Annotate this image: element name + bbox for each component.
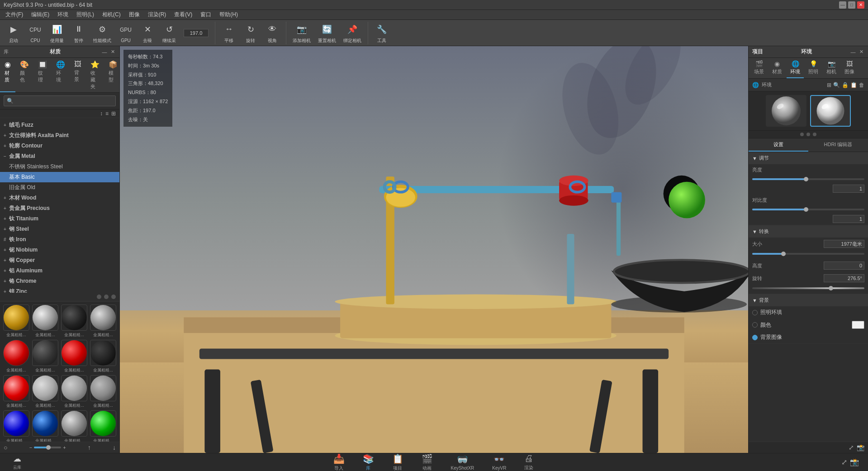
left-bottom-icon-2[interactable]: ↑ bbox=[88, 444, 91, 451]
env-delete-icon[interactable]: 🗑 bbox=[859, 82, 864, 88]
tree-item-axalta[interactable]: + 文仕得涂料 Axalta Paint bbox=[0, 130, 119, 141]
tab-bg[interactable]: 🖼 背景 bbox=[70, 58, 86, 92]
size-slider[interactable] bbox=[752, 253, 864, 255]
tree-item-aluminum[interactable]: + 铝 Aluminum bbox=[0, 266, 119, 276]
slider-plus-icon[interactable]: + bbox=[63, 445, 66, 450]
nav-library[interactable]: 📚 库 bbox=[363, 453, 374, 471]
tree-item-titanium[interactable]: + 钛 Titanium bbox=[0, 214, 119, 224]
tab-texture[interactable]: 🔲 纹理 bbox=[33, 58, 52, 92]
tree-item-basic[interactable]: 基本 Basic bbox=[0, 172, 119, 182]
tree-item-wood[interactable]: + 木材 Wood bbox=[0, 193, 119, 203]
tree-item-contour[interactable]: + 轮廓 Contour bbox=[0, 141, 119, 151]
right-tab-image[interactable]: 🖼 图像 bbox=[841, 58, 858, 78]
right-tab-environment[interactable]: 🌐 环境 bbox=[787, 58, 804, 78]
nav-keyshotxr[interactable]: 🥽 KeyShotXR bbox=[451, 454, 474, 471]
tree-item-precious[interactable]: + 贵金属 Precious bbox=[0, 203, 119, 214]
size-value[interactable] bbox=[824, 240, 864, 248]
search-input[interactable] bbox=[15, 97, 113, 105]
toolbar-mode[interactable]: ⚙ 性能模式 bbox=[90, 20, 114, 46]
toolbar-usage[interactable]: 📊 使用量 bbox=[47, 20, 67, 46]
toolbar-resume[interactable]: ↺ 继续采 bbox=[159, 20, 179, 46]
menu-item-c[interactable]: 相机(C) bbox=[99, 10, 124, 19]
rotation-value[interactable] bbox=[824, 274, 864, 282]
right-panel-expand-icon[interactable]: — bbox=[850, 49, 856, 55]
rb-tab-settings[interactable]: 设置 bbox=[749, 138, 808, 152]
bg-image-radio[interactable] bbox=[752, 335, 758, 340]
right-bottom-screenshot-icon[interactable]: 📸 bbox=[857, 444, 864, 451]
left-bottom-icon-3[interactable]: ↓ bbox=[113, 444, 116, 451]
mat-thumb-10[interactable]: 金属粗糙... bbox=[32, 375, 59, 409]
close-button[interactable]: ✕ bbox=[857, 1, 864, 9]
nav-import[interactable]: 📥 导入 bbox=[333, 453, 345, 471]
mat-thumb-1[interactable]: 金属粗糙... bbox=[3, 304, 30, 338]
mat-thumb-9[interactable]: 金属粗糙... bbox=[3, 375, 30, 409]
rb-tab-hdri[interactable]: HDRI 编辑器 bbox=[808, 138, 868, 152]
env-lock-icon[interactable]: 🔒 bbox=[842, 82, 849, 88]
mat-thumb-13[interactable]: 金属粗糙... bbox=[3, 410, 30, 442]
grid-ctrl-2[interactable] bbox=[104, 295, 109, 299]
menu-item-[interactable]: 窗口 bbox=[197, 10, 215, 19]
brightness-slider[interactable] bbox=[752, 178, 864, 180]
mat-thumb-14[interactable]: 金属粗糙... bbox=[32, 410, 59, 442]
toolbar-translate[interactable]: ↔ 平移 bbox=[219, 20, 239, 46]
tab-materials[interactable]: ◉ 材质 bbox=[0, 58, 15, 92]
right-tab-lighting[interactable]: 💡 照明 bbox=[805, 58, 822, 78]
tree-item-copper[interactable]: + 铜 Copper bbox=[0, 255, 119, 266]
env-search-icon[interactable]: 🔍 bbox=[833, 82, 840, 88]
env-dot-2[interactable] bbox=[806, 133, 810, 136]
tree-item-zinc[interactable]: + 锌 Zinc bbox=[0, 286, 119, 293]
transform-header[interactable]: ▼ 转换 bbox=[749, 225, 868, 238]
mat-thumb-12[interactable]: 金属粗糙... bbox=[90, 375, 117, 409]
toolbar-tools[interactable]: 🔧 工具 bbox=[372, 20, 392, 46]
bg-color-swatch[interactable] bbox=[852, 321, 864, 329]
tree-item-old[interactable]: 旧金属 Old bbox=[0, 182, 119, 193]
mat-thumb-5[interactable]: 金属粗糙... bbox=[3, 340, 30, 373]
viewport[interactable]: 每秒帧数：74.3 时间：3m 30s 采样值：910 三角形：48,320 N… bbox=[120, 46, 748, 453]
mat-thumb-7[interactable]: 金属粗糙... bbox=[61, 340, 88, 373]
maximize-button[interactable]: □ bbox=[848, 1, 855, 9]
slider-minus-icon[interactable]: − bbox=[29, 445, 32, 450]
hdri-thumb-left[interactable] bbox=[766, 95, 806, 127]
toolbar-view[interactable]: 👁 视角 bbox=[262, 20, 282, 46]
menu-item-e[interactable]: 编辑(E) bbox=[28, 10, 53, 19]
mat-thumb-11[interactable]: 金属粗糙... bbox=[61, 375, 88, 409]
tree-item-steel[interactable]: + 钢 Steel bbox=[0, 224, 119, 234]
env-dot-1[interactable] bbox=[800, 133, 804, 136]
menu-item-f[interactable]: 文件(F) bbox=[2, 10, 27, 19]
mat-thumb-2[interactable]: 金属粗糙... bbox=[32, 304, 59, 338]
nav-keyvr[interactable]: 👓 KeyVR bbox=[492, 454, 506, 471]
nav-render[interactable]: 🖨 渲染 bbox=[524, 453, 533, 471]
left-panel-close-icon[interactable]: ✕ bbox=[109, 49, 116, 55]
mat-thumb-8[interactable]: 金属粗糙... bbox=[90, 340, 117, 373]
tab-env[interactable]: 🌐 环境 bbox=[52, 58, 70, 92]
menu-item-[interactable]: 图像 bbox=[125, 10, 143, 19]
rotation-slider[interactable] bbox=[752, 287, 864, 289]
tree-item-metal[interactable]: − 金属 Metal bbox=[0, 151, 119, 162]
background-header[interactable]: ▼ 背景 bbox=[749, 294, 868, 306]
tab-collect[interactable]: ⭐ 收藏夹 bbox=[86, 58, 104, 92]
cloud-library-button[interactable]: ☁ 云库 bbox=[9, 454, 25, 471]
menu-item-v[interactable]: 查看(V) bbox=[171, 10, 196, 19]
resume-value-input[interactable] bbox=[184, 29, 209, 37]
bg-lighting-radio[interactable] bbox=[752, 310, 758, 315]
nav-project[interactable]: 📋 项目 bbox=[392, 453, 403, 471]
toolbar-gpu[interactable]: GPU GPU bbox=[116, 21, 136, 45]
bg-color-radio[interactable] bbox=[752, 322, 758, 328]
toolbar-denoise[interactable]: ✕ 去噪 bbox=[138, 20, 157, 46]
grid-ctrl-3[interactable] bbox=[111, 295, 116, 299]
nav-animation[interactable]: 🎬 动画 bbox=[422, 453, 433, 471]
toolbar-pause[interactable]: ⏸ 暂停 bbox=[69, 20, 89, 46]
tab-color[interactable]: 🎨 颜色 bbox=[15, 58, 33, 92]
sort-icon[interactable]: ↕ bbox=[100, 110, 103, 117]
toolbar-add-camera[interactable]: 📷 添加相机 bbox=[290, 20, 313, 46]
tree-item-stainless[interactable]: 不锈钢 Stainless Steel bbox=[0, 162, 119, 172]
list-icon[interactable]: ≡ bbox=[105, 110, 109, 117]
env-grid-icon[interactable]: ⊞ bbox=[827, 82, 831, 88]
toolbar-reset-camera[interactable]: 🔄 重置相机 bbox=[315, 20, 339, 46]
mat-thumb-6[interactable]: 金属粗糙... bbox=[32, 340, 59, 373]
right-tab-scene[interactable]: 🎬 场景 bbox=[750, 58, 768, 78]
toolbar-cpu[interactable]: CPU CPU bbox=[25, 21, 45, 45]
mat-thumb-15[interactable]: 金属粗糙... bbox=[61, 410, 88, 442]
contrast-value[interactable] bbox=[833, 215, 864, 223]
grid-ctrl-1[interactable] bbox=[97, 295, 101, 299]
